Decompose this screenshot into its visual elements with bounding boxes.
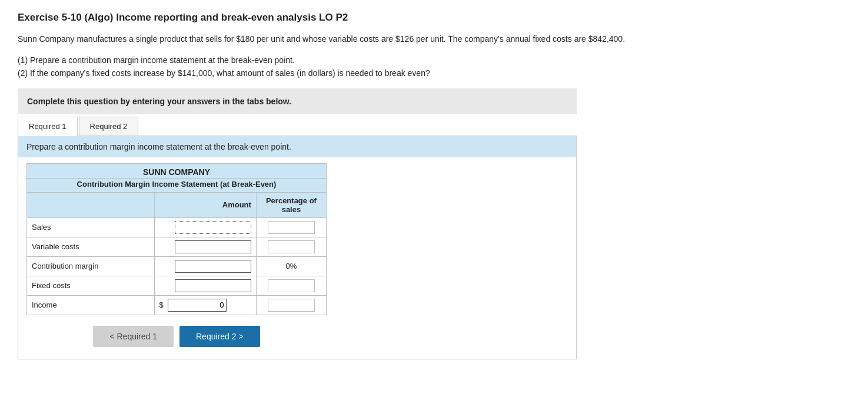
row-pct-income <box>256 295 326 315</box>
income-pct-input[interactable] <box>268 299 315 312</box>
table-row: Income $ <box>27 295 327 315</box>
instructions-block: (1) Prepare a contribution margin income… <box>18 54 850 80</box>
col-header-label <box>27 192 155 217</box>
row-label-fixed-costs: Fixed costs <box>27 276 155 295</box>
row-amount-income: $ <box>154 295 256 315</box>
nav-buttons: Required 1 Required 2 <box>26 326 327 347</box>
row-label-income: Income <box>27 295 155 315</box>
contribution-margin-pct-value: 0% <box>286 262 297 270</box>
page-title: Exercise 5-10 (Algo) Income reporting an… <box>18 12 850 24</box>
table-row: Fixed costs <box>27 276 327 295</box>
tab-required-1[interactable]: Required 1 <box>18 117 78 136</box>
col-header-amount: Amount <box>154 192 256 217</box>
row-pct-contribution-margin: 0% <box>256 256 326 276</box>
fixed-costs-pct-input[interactable] <box>268 279 315 292</box>
complete-box: Complete this question by entering your … <box>18 88 577 114</box>
row-amount-variable-costs <box>154 237 256 256</box>
row-amount-contribution-margin <box>154 256 256 276</box>
instruction-1: (1) Prepare a contribution margin income… <box>18 54 850 67</box>
row-pct-fixed-costs <box>256 276 326 295</box>
row-label-sales: Sales <box>27 217 155 237</box>
table-wrapper: SUNN COMPANY Contribution Margin Income … <box>18 157 576 359</box>
sales-pct-input[interactable] <box>268 221 315 234</box>
row-pct-variable-costs <box>256 237 326 256</box>
tabs-row: Required 1 Required 2 <box>18 114 577 136</box>
contribution-margin-amount-input[interactable] <box>175 260 251 273</box>
row-label-contribution-margin: Contribution margin <box>27 256 155 276</box>
intro-text: Sunn Company manufactures a single produ… <box>18 33 850 45</box>
row-pct-sales <box>256 217 326 237</box>
tab-required-2[interactable]: Required 2 <box>79 117 139 136</box>
table-row: Contribution margin 0% <box>27 256 327 276</box>
row-label-variable-costs: Variable costs <box>27 237 155 256</box>
row-amount-fixed-costs <box>154 276 256 295</box>
required-2-button[interactable]: Required 2 <box>179 326 260 347</box>
income-table: SUNN COMPANY Contribution Margin Income … <box>26 163 327 315</box>
company-title: SUNN COMPANY <box>27 163 327 178</box>
required-1-button[interactable]: Required 1 <box>93 326 174 347</box>
col-header-pct: Percentage of sales <box>256 192 326 217</box>
table-row: Sales <box>27 217 327 237</box>
tab-content: Prepare a contribution margin income sta… <box>18 136 577 359</box>
income-amount-input[interactable] <box>168 299 227 312</box>
instruction-2: (2) If the company's fixed costs increas… <box>18 67 850 80</box>
row-amount-sales <box>154 217 256 237</box>
fixed-costs-amount-input[interactable] <box>175 279 251 292</box>
income-dollar-sign: $ <box>159 300 164 309</box>
table-row: Variable costs <box>27 237 327 256</box>
statement-title: Contribution Margin Income Statement (at… <box>27 178 327 192</box>
tab-content-header: Prepare a contribution margin income sta… <box>18 136 576 157</box>
sales-amount-input[interactable] <box>175 221 251 234</box>
variable-costs-pct-input[interactable] <box>268 240 315 253</box>
variable-costs-amount-input[interactable] <box>175 240 251 253</box>
